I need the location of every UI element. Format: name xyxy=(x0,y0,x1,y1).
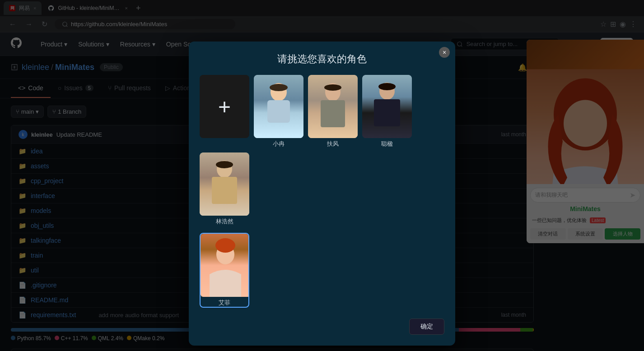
add-plus-icon: + xyxy=(218,94,231,119)
char-name-xiao: 小冉 xyxy=(254,140,303,148)
dialog-close-button[interactable]: × xyxy=(439,47,450,58)
svg-rect-16 xyxy=(212,177,237,204)
svg-point-9 xyxy=(324,84,341,91)
dialog-title: 请挑选您喜欢的角色 xyxy=(200,52,444,66)
svg-point-5 xyxy=(270,84,288,91)
char-name-cong: 聪楹 xyxy=(362,140,412,148)
character-card-ai[interactable]: 艾菲 xyxy=(200,233,249,308)
dialog-footer: 确定 xyxy=(200,315,444,335)
dialog-confirm-button[interactable]: 确定 xyxy=(409,319,444,335)
svg-point-20 xyxy=(215,238,235,253)
char-name-fu: 扶风 xyxy=(308,140,358,148)
character-portrait-ai xyxy=(201,234,249,297)
add-character-card[interactable]: + xyxy=(200,75,249,138)
svg-rect-8 xyxy=(321,100,345,127)
character-portrait-xiao xyxy=(254,75,303,138)
character-card-cong[interactable]: 聪楹 xyxy=(362,75,412,148)
character-portrait-cong xyxy=(362,75,412,138)
second-char-row: 艾菲 xyxy=(200,233,444,308)
svg-rect-4 xyxy=(267,100,290,123)
svg-rect-12 xyxy=(374,99,400,126)
char-name-ai: 艾菲 xyxy=(201,299,248,307)
char-name-lin: 林浩然 xyxy=(200,217,249,226)
svg-point-13 xyxy=(378,83,396,90)
svg-point-17 xyxy=(216,161,233,168)
character-card-xiao[interactable]: 小冉 xyxy=(254,75,303,148)
character-card-fu[interactable]: 扶风 xyxy=(308,75,358,148)
dialog-overlay: × 请挑选您喜欢的角色 + 小冉 xyxy=(0,0,644,351)
character-portrait-lin xyxy=(200,152,249,216)
character-portrait-fu xyxy=(308,75,358,138)
character-card-lin[interactable]: 林浩然 xyxy=(200,152,249,226)
character-grid: + 小冉 xyxy=(200,75,444,226)
character-select-dialog: × 请挑选您喜欢的角色 + 小冉 xyxy=(189,42,455,346)
